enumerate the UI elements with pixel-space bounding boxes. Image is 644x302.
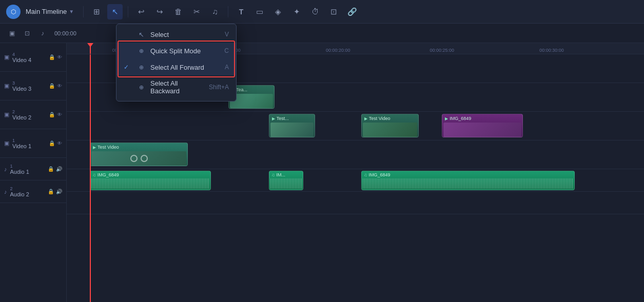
undo-button[interactable]: ↩	[133, 4, 149, 19]
audio2-mute-icon[interactable]: 🔊	[56, 189, 62, 194]
sec-audio-btn[interactable]: ⊡	[21, 27, 34, 40]
video3-mute-icon[interactable]: 👁	[57, 83, 62, 89]
clip-title: IMG_6849	[450, 116, 471, 121]
menu-item-select[interactable]: ↖ Select V	[116, 26, 236, 43]
track-label-video2: ▣ 2 Video 2 🔒 👁	[0, 100, 66, 129]
clip-title: IMG_6849	[369, 172, 391, 177]
toolbar-separator-3	[228, 6, 228, 17]
select-all-backward-icon: ⊕	[137, 83, 145, 91]
timeline-title: Main Timeline ▼	[26, 8, 74, 15]
quick-split-icon: ⊕	[137, 47, 145, 55]
track-content-audio2	[67, 192, 644, 214]
video1-lock-icon[interactable]: 🔒	[49, 140, 55, 146]
select-all-forward-icon: ⊕	[137, 63, 145, 71]
video2-number: 2	[12, 109, 31, 114]
audio1-name: Audio 1	[10, 169, 29, 175]
select-button[interactable]: ↖	[107, 4, 123, 19]
clip-music-icon: ♫	[271, 172, 275, 177]
timeline-playhead-line	[90, 54, 91, 302]
video1-controls: 🔒 👁	[49, 140, 62, 146]
color-button[interactable]: ◈	[270, 4, 286, 19]
clip-video2-1[interactable]: ▶ Test...	[269, 114, 315, 137]
clip-play-icon: ▶	[272, 116, 275, 121]
menu-item-select-all-forward[interactable]: ✓ ⊕ Select All Forward A	[116, 59, 236, 75]
toolbar-separator-1	[83, 6, 84, 17]
clip-title: Test Video	[97, 145, 119, 150]
audio2-number: 2	[10, 186, 29, 191]
select-all-forward-check: ✓	[124, 64, 132, 71]
speed-button[interactable]: ⏱	[307, 4, 323, 19]
menu-item-select-all-backward[interactable]: ⊕ Select All Backward Shift+A	[116, 75, 236, 99]
video3-number: 3	[12, 80, 31, 86]
video3-lock-icon[interactable]: 🔒	[49, 83, 55, 89]
clip-audio1-2[interactable]: ♫ IM...	[269, 171, 304, 190]
audio2-lock-icon[interactable]: 🔒	[48, 189, 54, 194]
sec-video-btn[interactable]: ▣	[5, 27, 18, 40]
toolbar-separator-2	[128, 6, 128, 17]
main-toolbar: ⬡ Main Timeline ▼ ⊞ ↖ ↩ ↪ 🗑 ✂ ♫ T ▭ ◈ ✦ …	[0, 0, 644, 24]
video2-mute-icon[interactable]: 👁	[57, 112, 62, 117]
audio2-icon: ♪	[4, 189, 7, 195]
clip-video1-1[interactable]: ▶ Test Video	[90, 143, 188, 166]
track-label-video4: ▣ 4 Video 4 🔒 👁	[0, 43, 66, 72]
main-layout: ▣ 4 Video 4 🔒 👁 ▣ 3 Video 3 🔒 👁 ▣	[0, 43, 644, 302]
transition-button[interactable]: ⊡	[326, 4, 341, 19]
text-button[interactable]: T	[233, 4, 249, 19]
clip-marker	[141, 155, 148, 162]
menu-item-quick-split[interactable]: ⊕ Quick Split Mode C	[116, 43, 236, 59]
track-row-audio1: ♫ IMG_6849 ♫ IM... ♫	[67, 169, 644, 192]
video4-mute-icon[interactable]: 👁	[57, 54, 62, 60]
audio1-mute-icon[interactable]: 🔊	[56, 166, 62, 172]
clip-title: Tea...	[236, 87, 247, 92]
video1-number: 1	[12, 138, 31, 143]
playhead	[90, 43, 91, 54]
waveform	[91, 178, 209, 189]
video4-lock-icon[interactable]: 🔒	[49, 54, 55, 60]
clip-play-icon: ▶	[364, 116, 367, 121]
link-button[interactable]: 🔗	[344, 4, 360, 19]
track-content-video2: ▶ Test... ▶ Test Video	[67, 112, 644, 140]
clip-video2-2[interactable]: ▶ Test Video	[361, 114, 419, 137]
clip-play-icon: ▶	[93, 145, 96, 150]
delete-button[interactable]: 🗑	[170, 4, 186, 19]
video3-controls: 🔒 👁	[49, 83, 62, 89]
clip-thumbnail	[270, 123, 314, 137]
audio1-number: 1	[10, 164, 29, 169]
clip-audio1-1[interactable]: ♫ IMG_6849	[90, 171, 211, 190]
audio2-controls: 🔒 🔊	[48, 189, 62, 194]
redo-button[interactable]: ↪	[152, 4, 167, 19]
layout-button[interactable]: ⊞	[89, 4, 104, 19]
sec-music-btn[interactable]: ♪	[36, 27, 49, 40]
crop-button[interactable]: ▭	[252, 4, 267, 19]
secondary-toolbar: ▣ ⊡ ♪ 00:00:00	[0, 24, 644, 43]
clip-audio1-3[interactable]: ♫ IMG_6849	[361, 171, 575, 190]
track-label-audio1: ♪ 1 Audio 1 🔒 🔊	[0, 158, 66, 180]
ai-button[interactable]: ✦	[289, 4, 304, 19]
audio1-lock-icon[interactable]: 🔒	[48, 166, 54, 172]
clip-thumbnail	[91, 151, 186, 166]
time-display: 00:00:00	[54, 30, 76, 36]
clip-play-icon: ▶	[445, 116, 448, 121]
video2-icon: ▣	[4, 111, 9, 118]
clip-video2-3[interactable]: ▶ IMG_6849	[442, 114, 523, 137]
video2-lock-icon[interactable]: 🔒	[49, 112, 55, 117]
audio1-icon: ♪	[4, 166, 7, 172]
context-dropdown-menu: ↖ Select V ⊕ Quick Split Mode C ✓ ⊕ Sele…	[116, 24, 237, 102]
track-row-audio2	[67, 192, 644, 214]
cut-button[interactable]: ✂	[189, 4, 204, 19]
audio1-controls: 🔒 🔊	[48, 166, 62, 172]
video3-icon: ▣	[4, 83, 9, 89]
clip-marker	[130, 155, 138, 162]
split-audio-button[interactable]: ♫	[207, 4, 223, 19]
video1-mute-icon[interactable]: 👁	[57, 140, 62, 146]
video3-name: Video 3	[12, 86, 31, 92]
video4-controls: 🔒 👁	[49, 54, 62, 60]
track-labels-panel: ▣ 4 Video 4 🔒 👁 ▣ 3 Video 3 🔒 👁 ▣	[0, 43, 67, 302]
clip-title: IMG_6849	[97, 172, 119, 177]
select-icon: ↖	[137, 30, 145, 38]
track-label-video1: ▣ 1 Video 1 🔒 👁	[0, 129, 66, 158]
video2-controls: 🔒 👁	[49, 112, 62, 117]
waveform	[363, 178, 573, 189]
clip-music-icon: ♫	[364, 172, 367, 177]
ruler-mark-3: 00:00:20:00	[326, 48, 350, 53]
